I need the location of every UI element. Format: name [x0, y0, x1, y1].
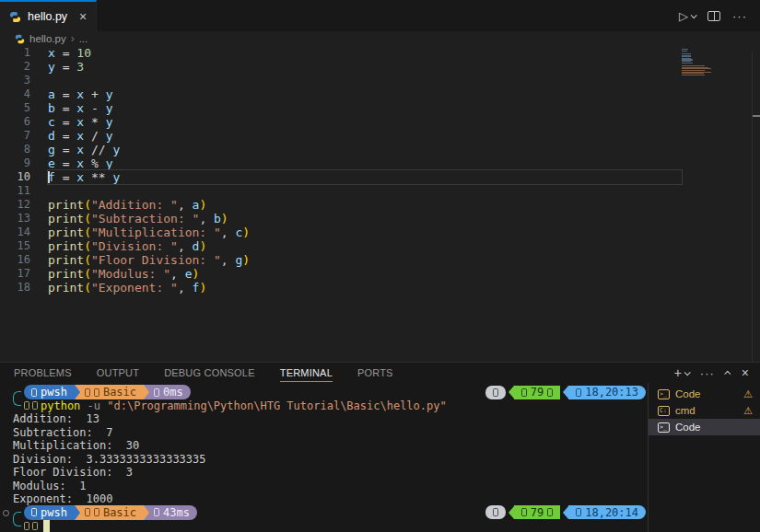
- prompt-badge: [485, 505, 506, 519]
- code-token: -: [84, 101, 105, 115]
- minimap[interactable]: [682, 46, 746, 76]
- run-button[interactable]: ▷: [679, 9, 696, 23]
- code-token: y: [106, 115, 113, 129]
- command-decoration-icon[interactable]: [3, 510, 9, 516]
- code-line[interactable]: 6c = x * y: [0, 115, 682, 129]
- terminal-list-item[interactable]: >_Code⚠: [649, 386, 760, 402]
- glyph-box-icon: [94, 388, 99, 397]
- code-line-content[interactable]: print("Subtraction: ", b): [48, 212, 682, 226]
- line-number: 12: [0, 198, 30, 212]
- code-line-content[interactable]: print("Multiplication: ", c): [48, 226, 682, 239]
- chevron-down-icon[interactable]: [684, 369, 690, 376]
- powerline-arrow-icon: [144, 505, 149, 520]
- panel-tab-terminal[interactable]: TERMINAL: [280, 364, 333, 382]
- code-line-content[interactable]: print("Addition: ", a): [48, 198, 682, 212]
- breadcrumb-more[interactable]: ...: [79, 33, 88, 44]
- code-token: (: [84, 226, 91, 239]
- line-number: 15: [0, 239, 30, 253]
- glyph-box-icon: [576, 388, 581, 397]
- code-token: print: [48, 267, 84, 281]
- code-line-content[interactable]: f = x ** y: [48, 170, 682, 184]
- code-line[interactable]: 14print("Multiplication: ", c): [0, 226, 682, 239]
- glyph-box-icon: [85, 508, 90, 516]
- code-line[interactable]: 16print("Floor Division: ", g): [0, 253, 682, 267]
- code-line[interactable]: 15print("Division: ", d): [0, 239, 682, 253]
- code-line-content[interactable]: print("Exponent: ", f): [48, 281, 682, 295]
- new-terminal-button[interactable]: +: [674, 365, 689, 380]
- code-token: y: [106, 87, 113, 101]
- code-token: =: [55, 156, 76, 170]
- overview-ruler[interactable]: [752, 52, 760, 362]
- code-line[interactable]: 17print("Modulus: ", e): [0, 267, 682, 281]
- code-line-content[interactable]: y = 3: [48, 60, 682, 74]
- code-line[interactable]: 4a = x + y: [0, 87, 682, 101]
- code-line-content[interactable]: [48, 184, 682, 198]
- code-token: c: [48, 115, 55, 129]
- code-line[interactable]: 13print("Subtraction: ", b): [0, 212, 682, 226]
- code-token: ): [242, 226, 250, 239]
- code-line-content[interactable]: a = x + y: [48, 87, 682, 101]
- code-token: x: [48, 46, 55, 60]
- code-line[interactable]: 11: [0, 184, 682, 198]
- code-line[interactable]: 2y = 3: [0, 60, 682, 74]
- code-line-content[interactable]: g = x // y: [48, 143, 682, 156]
- code-line[interactable]: 10f = x ** y: [0, 170, 682, 184]
- code-line[interactable]: 5b = x - y: [0, 101, 682, 115]
- line-number: 7: [0, 129, 30, 143]
- code-token: x: [76, 129, 84, 143]
- terminal-cursor: [43, 520, 50, 532]
- glyph-box-icon: [85, 388, 90, 397]
- code-line-content[interactable]: b = x - y: [48, 101, 682, 115]
- terminal-list-item[interactable]: C:cmd⚠: [649, 402, 760, 419]
- prompt-badge: 79: [514, 386, 560, 399]
- panel-tab-output[interactable]: OUTPUT: [97, 364, 139, 381]
- badge-label: pwsh: [41, 386, 67, 399]
- glyph-box-icon: [24, 522, 29, 530]
- code-token: 10: [76, 46, 91, 60]
- code-line[interactable]: 7d = x / y: [0, 129, 682, 143]
- code-line-content[interactable]: [48, 74, 682, 87]
- command-line[interactable]: [24, 519, 648, 532]
- code-line[interactable]: 8g = x // y: [0, 143, 682, 156]
- code-line-content[interactable]: x = 10: [48, 46, 682, 60]
- chevron-down-icon[interactable]: [691, 12, 697, 18]
- code-line[interactable]: 1x = 10: [0, 46, 682, 60]
- close-icon[interactable]: ×: [79, 9, 87, 24]
- code-token: print: [48, 239, 84, 253]
- editor[interactable]: 1x = 102y = 334a = x + y5b = x - y6c = x…: [0, 46, 760, 362]
- badge-label: pwsh: [41, 506, 67, 520]
- code-line-content[interactable]: e = x % y: [48, 156, 682, 170]
- prompt-row: pwshBasic43ms7918,20:14: [24, 506, 648, 520]
- panel-tab-problems[interactable]: PROBLEMS: [14, 364, 72, 381]
- panel-tab-debug-console[interactable]: DEBUG CONSOLE: [164, 364, 255, 381]
- breadcrumb[interactable]: hello.py › ...: [0, 31, 760, 46]
- code-token: =: [55, 87, 76, 101]
- code-token: =: [55, 115, 76, 129]
- command-token: "d:\Programming\Python\HTG Tutorial\Basi…: [107, 399, 446, 413]
- code-line-content[interactable]: print("Floor Division: ", g): [48, 253, 682, 267]
- prompt-badge: [485, 386, 506, 399]
- more-actions-icon[interactable]: ···: [732, 9, 747, 23]
- tab-hello-py[interactable]: hello.py ×: [0, 0, 97, 31]
- code-token: ): [199, 198, 206, 212]
- breadcrumb-file[interactable]: hello.py: [29, 33, 66, 44]
- panel-more-icon[interactable]: ···: [700, 366, 715, 380]
- code-line-content[interactable]: print("Modulus: ", e): [48, 267, 682, 281]
- glyph-box-icon: [24, 401, 29, 410]
- code-line[interactable]: 9e = x % y: [0, 156, 682, 170]
- maximize-panel-icon[interactable]: [724, 370, 731, 376]
- terminal-list-item[interactable]: >_Code: [649, 419, 760, 435]
- code-line[interactable]: 18print("Exponent: ", f): [0, 281, 682, 295]
- badge-label: 79: [531, 386, 544, 399]
- command-line[interactable]: python -u "d:\Programming\Python\HTG Tut…: [24, 399, 648, 413]
- code-line-content[interactable]: c = x * y: [48, 115, 682, 129]
- code-line[interactable]: 3: [0, 74, 682, 87]
- panel-tab-ports[interactable]: PORTS: [357, 364, 393, 381]
- terminal[interactable]: pwshBasic0ms7918,20:13python -u "d:\Prog…: [0, 383, 648, 532]
- split-editor-icon[interactable]: [707, 11, 720, 21]
- code-line-content[interactable]: d = x / y: [48, 129, 682, 143]
- prompt-badge: 18,20:13: [568, 386, 646, 399]
- code-line[interactable]: 12print("Addition: ", a): [0, 198, 682, 212]
- close-panel-icon[interactable]: ×: [742, 365, 749, 380]
- code-line-content[interactable]: print("Division: ", d): [48, 239, 682, 253]
